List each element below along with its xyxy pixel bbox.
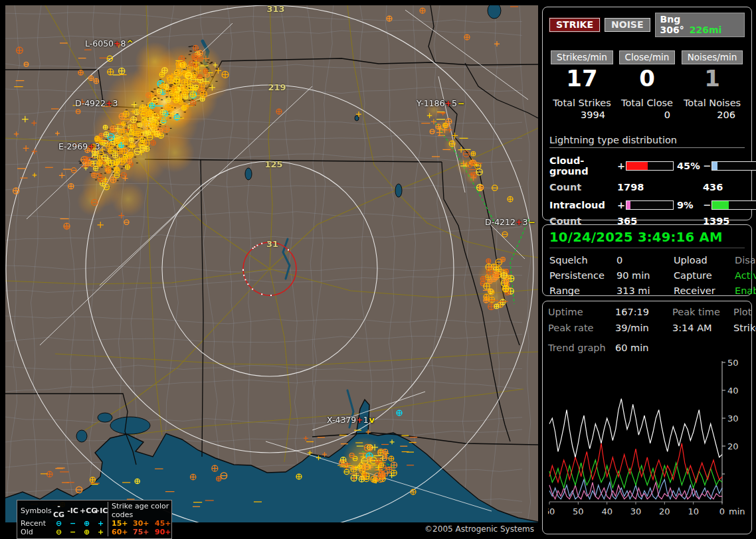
total-value: 3994 xyxy=(549,110,614,120)
cell-id: L-6050 xyxy=(85,38,114,48)
legend-symbol: + xyxy=(94,528,108,536)
rate-chip[interactable]: Noises/min xyxy=(682,50,743,64)
strike-mode-button[interactable]: STRIKE xyxy=(549,18,600,32)
cell-rate-value: 1 xyxy=(363,415,369,425)
rate-chip[interactable]: Strikes/min xyxy=(551,50,613,64)
legend-symbols-header: Symbols xyxy=(21,506,52,515)
total-label: Total Strikes xyxy=(549,98,614,108)
legend-header-row: Symbols-CG-IC+CG+ICStrike age color code… xyxy=(21,502,168,519)
cell-rate-value: 3 xyxy=(522,217,527,227)
plus-percent: 9% xyxy=(674,200,703,210)
stat-cell: 167:19 xyxy=(615,307,672,317)
setting-label: Capture xyxy=(674,270,735,281)
stat-cell: 3:14 AM xyxy=(672,323,733,333)
cell-rate-value: 8 xyxy=(121,38,126,48)
distribution-row: Cloud-ground+45%−11% xyxy=(549,155,745,177)
trend-series-neg-ic-rate xyxy=(549,460,722,488)
trend-graph-value: 60 min xyxy=(615,343,746,353)
setting-label: Upload xyxy=(674,255,735,266)
total-value: 206 xyxy=(680,110,745,120)
range-ring-label: 219 xyxy=(268,82,286,92)
cell-rate-sign: + xyxy=(106,98,112,108)
count-label: Count xyxy=(549,182,617,193)
setting-value: 0 xyxy=(616,255,674,266)
svg-text:40: 40 xyxy=(727,386,739,396)
legend-age-header: Strike age color codes xyxy=(108,502,173,519)
cell-rate-value: 3 xyxy=(95,141,100,151)
settings-grid: Squelch0UploadDisabledPersistence90 minC… xyxy=(549,255,745,296)
plus-sign: + xyxy=(617,161,626,171)
plus-bar xyxy=(626,200,674,210)
rate-column: Strikes/min17Total Strikes3994 xyxy=(549,50,614,120)
legend-age-code: 45+ xyxy=(151,519,173,528)
svg-text:10: 10 xyxy=(688,506,699,516)
range-ring-label: 313 xyxy=(266,5,284,14)
setting-label: Range xyxy=(549,285,616,296)
plus-bar-fill xyxy=(626,162,648,170)
rate-value: 1 xyxy=(680,66,745,91)
status-side-panel: STRIKE NOISE Bng 306°226mi Strikes/min17… xyxy=(539,0,756,539)
setting-value: Enabled xyxy=(735,285,756,296)
cell-id: Y-1186 xyxy=(417,98,444,108)
legend-type-col: +IC xyxy=(94,506,108,515)
noise-mode-button[interactable]: NOISE xyxy=(605,18,650,32)
bearing-distance: 226mi xyxy=(690,25,722,35)
legend-row-name: Old xyxy=(21,528,52,536)
legend-row-name: Recent xyxy=(21,519,52,528)
stat-cell: 39/min xyxy=(615,323,672,333)
legend-age-code: 60+ xyxy=(108,528,130,536)
distribution-label: Cloud-ground xyxy=(549,155,617,177)
distribution-row: Intracloud+9%−35% xyxy=(549,200,745,210)
count-row: Count1798436 xyxy=(549,182,745,193)
cell-rate-sign: + xyxy=(444,98,451,108)
cell-rate-sign: + xyxy=(356,415,363,425)
cell-id: D-4212 xyxy=(485,217,516,227)
legend-row: Old⊖−⊕+60+75+90+ xyxy=(21,528,168,536)
cell-rate-sign: + xyxy=(516,217,522,227)
range-ring-label: 31 xyxy=(266,239,278,249)
legend-age-code: 75+ xyxy=(130,528,151,536)
plus-bar-fill xyxy=(626,201,630,209)
rate-column: Close/min0Total Close0 xyxy=(614,50,680,120)
storm-cell-label: D-4212+3− xyxy=(485,217,535,227)
rate-chip[interactable]: Close/min xyxy=(619,50,676,64)
legend-type-col: -IC xyxy=(66,506,80,515)
plus-bar xyxy=(626,161,674,171)
cell-id: X-4379 xyxy=(327,415,356,425)
rate-value: 0 xyxy=(614,66,680,91)
legend-row: Recent⊖−⊕+15+30+45+ xyxy=(21,519,168,528)
trend-panel: Uptime167:19Peak timePlotPeak rate39/min… xyxy=(542,301,752,534)
rate-columns: Strikes/min17Total Strikes3994Close/min0… xyxy=(549,50,745,120)
cell-direction-arrow: v xyxy=(369,415,375,425)
setting-value: 313 mi xyxy=(616,285,674,296)
lightning-map[interactable]: 31321912531 L-6050+8^D-4922+3E-2969+3Y-1… xyxy=(5,5,538,522)
legend-age-code: 90+ xyxy=(151,528,173,536)
distribution-rows: Cloud-ground+45%−11%Count1798436Intraclo… xyxy=(549,155,745,226)
plus-percent: 45% xyxy=(674,161,703,171)
nexstorm-window: 31321912531 L-6050+8^D-4922+3E-2969+3Y-1… xyxy=(0,0,756,539)
storm-cell-label: E-2969+3 xyxy=(58,141,100,151)
cell-id: D-4922 xyxy=(75,98,106,108)
minus-bar xyxy=(711,161,756,171)
total-label: Total Noises xyxy=(680,98,745,108)
svg-text:0: 0 xyxy=(719,506,725,516)
cell-rate-value: 3 xyxy=(112,98,118,108)
plus-sign: + xyxy=(617,200,626,210)
legend-symbol: ⊖ xyxy=(52,528,66,536)
minus-count: 436 xyxy=(703,182,745,193)
minus-bar-fill xyxy=(712,162,717,170)
rate-value: 17 xyxy=(549,66,614,91)
stat-cell: Plot xyxy=(733,307,756,317)
legend-symbol: + xyxy=(94,519,108,528)
svg-text:30: 30 xyxy=(630,506,642,516)
bearing-display: Bng 306°226mi xyxy=(655,13,745,37)
trend-graph-label: Trend graph xyxy=(548,343,615,353)
cell-direction-arrow: − xyxy=(528,217,535,227)
trend-series-pos-cg-rate xyxy=(549,443,722,483)
svg-text:30: 30 xyxy=(727,414,739,424)
rate-column: Noises/min1Total Noises206 xyxy=(680,50,745,120)
minus-sign: − xyxy=(703,161,711,171)
status-panel: 10/24/2025 3:49:16 AM Squelch0UploadDisa… xyxy=(542,224,752,296)
uptime-stats-grid: Uptime167:19Peak timePlotPeak rate39/min… xyxy=(548,307,746,333)
trend-graph: 504030206050403020100min xyxy=(548,358,747,524)
